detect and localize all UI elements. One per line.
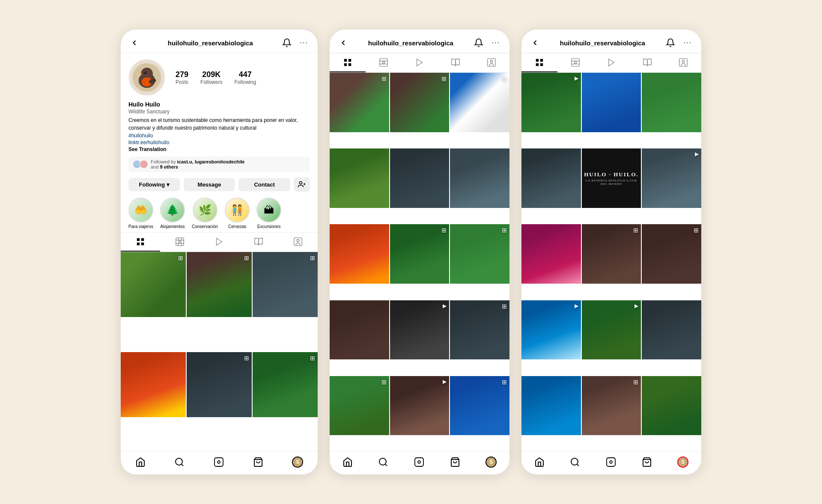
tab-reels-3[interactable] <box>557 53 593 72</box>
profile-icon-3[interactable]: S <box>677 457 688 468</box>
grid-item[interactable]: ⊞ <box>390 73 450 132</box>
add-user-button[interactable] <box>294 177 310 192</box>
grid-item[interactable]: ⊞ <box>330 73 389 132</box>
grid-item[interactable]: ▶ <box>642 148 701 208</box>
tab-reels-1[interactable] <box>160 233 200 252</box>
home-icon-1[interactable] <box>135 457 146 467</box>
more-icon-2[interactable]: ··· <box>491 38 501 47</box>
tab-tagged-3[interactable] <box>629 53 665 72</box>
grid-item[interactable] <box>642 73 701 132</box>
more-icon-3[interactable]: ··· <box>683 38 693 47</box>
following-button[interactable]: Following ▾ <box>128 178 180 191</box>
bell-icon-2[interactable] <box>473 37 484 48</box>
message-button[interactable]: Message <box>184 178 235 191</box>
highlight-conservacion[interactable]: 🌿 Conservación <box>192 198 218 229</box>
shop-icon-2[interactable] <box>450 457 460 467</box>
search-icon-3[interactable] <box>570 457 580 467</box>
tab-play-2[interactable] <box>402 53 438 72</box>
highlight-cervezas[interactable]: 🧑‍🤝‍🧑 Cervezas <box>225 198 250 229</box>
bell-icon-3[interactable] <box>665 37 676 48</box>
grid-item[interactable]: ▶ <box>521 73 581 132</box>
grid-item[interactable]: ⊞ <box>330 376 389 436</box>
svg-rect-50 <box>540 63 543 66</box>
bottom-nav-2: S <box>330 451 509 474</box>
grid-item[interactable] <box>121 352 186 417</box>
more-icon-1[interactable]: ··· <box>299 38 309 47</box>
highlight-para-viajerxs[interactable]: 🤲 Para viajerxs <box>128 198 153 229</box>
back-button-3[interactable] <box>530 38 540 48</box>
bell-icon-1[interactable] <box>281 37 292 48</box>
reel-icon-3[interactable] <box>606 457 616 467</box>
tab-play-3[interactable] <box>593 53 629 72</box>
grid-item[interactable] <box>521 224 581 284</box>
profile-link[interactable]: linktr.ee/huilohuilo <box>128 139 310 145</box>
home-icon-2[interactable] <box>342 457 353 467</box>
grid-item[interactable]: ▶ <box>582 300 641 360</box>
svg-point-26 <box>176 458 182 465</box>
tab-person-3[interactable] <box>665 53 701 72</box>
home-icon-3[interactable] <box>534 457 545 467</box>
username-2: huilohuilo_reservabiologica <box>368 39 453 47</box>
grid-item[interactable]: ⊞ <box>450 224 509 284</box>
tab-tagged-2[interactable] <box>438 53 474 72</box>
grid-item[interactable]: ⊞ <box>390 224 450 284</box>
grid-item[interactable] <box>642 376 701 436</box>
grid-item[interactable]: ⊞ <box>582 376 641 436</box>
tab-grid-2[interactable] <box>330 53 366 72</box>
grid-item-huilo[interactable]: HUILO · HUILO. LA RESERVA BIOLÓGICA SUR … <box>582 148 641 208</box>
grid-badge: ⊞ <box>633 379 638 385</box>
reel-icon-1[interactable] <box>214 457 224 467</box>
profile-icon-2[interactable]: S <box>485 457 497 468</box>
followers-stat[interactable]: 209K Followers <box>200 70 222 85</box>
grid-item[interactable]: ▶ <box>390 376 450 436</box>
tab-grid-1[interactable] <box>121 233 160 252</box>
grid-item[interactable]: ⊞ <box>253 352 318 417</box>
search-icon-1[interactable] <box>174 457 185 467</box>
highlight-alojamientos[interactable]: 🌲 Alojamientos <box>160 198 185 229</box>
back-button-1[interactable] <box>129 38 140 48</box>
grid-item[interactable] <box>521 376 581 436</box>
shop-icon-1[interactable] <box>253 457 263 467</box>
grid-badge: ⊞ <box>633 227 638 234</box>
following-stat[interactable]: 447 Following <box>234 70 256 85</box>
tab-play-1[interactable] <box>200 233 239 252</box>
highlight-excursiones[interactable]: 🏔 Excursiones <box>256 198 281 229</box>
tab-reels-2[interactable] <box>366 53 402 72</box>
tab-tagged-1[interactable] <box>239 233 278 252</box>
grid-item[interactable]: ⊞ <box>582 224 641 284</box>
grid-item[interactable]: ⊞ <box>187 352 252 417</box>
grid-item[interactable]: ⊞ <box>450 73 509 132</box>
tab-grid-3[interactable] <box>521 53 557 72</box>
see-translation[interactable]: See Translation <box>128 146 310 152</box>
svg-rect-60 <box>607 458 615 466</box>
profile-icon-1[interactable]: S <box>292 457 303 468</box>
reel-icon-2[interactable] <box>414 457 424 467</box>
tab-person-1[interactable] <box>278 233 318 252</box>
tab-person-2[interactable] <box>474 53 509 72</box>
grid-item[interactable] <box>390 148 450 208</box>
grid-item[interactable] <box>330 300 389 360</box>
grid-item[interactable] <box>330 148 389 208</box>
grid-item[interactable]: ⊞ <box>121 252 186 317</box>
svg-rect-12 <box>141 238 144 241</box>
grid-item[interactable] <box>582 73 641 132</box>
back-button-2[interactable] <box>338 38 348 48</box>
profile-hashtag[interactable]: #huilohuilo <box>128 133 310 139</box>
grid-item[interactable]: ⊞ <box>187 252 252 317</box>
grid-item[interactable]: ▶ <box>521 300 581 360</box>
grid-item[interactable]: ▶ <box>390 300 450 360</box>
posts-stat[interactable]: 279 Posts <box>176 70 188 85</box>
grid-item[interactable] <box>450 148 509 208</box>
search-icon-2[interactable] <box>378 457 388 467</box>
grid-badge: ⊞ <box>502 75 507 82</box>
grid-item[interactable]: ⊞ <box>642 224 701 284</box>
contact-button[interactable]: Contact <box>238 178 290 191</box>
grid-item[interactable] <box>642 300 701 360</box>
grid-item[interactable] <box>521 148 581 208</box>
grid-item[interactable]: ⊞ <box>450 376 509 436</box>
shop-icon-3[interactable] <box>642 457 652 467</box>
grid-item[interactable]: ⊞ <box>253 252 318 317</box>
grid-item[interactable] <box>330 224 389 284</box>
svg-marker-39 <box>417 59 423 66</box>
grid-item[interactable]: ⊞ <box>450 300 509 360</box>
